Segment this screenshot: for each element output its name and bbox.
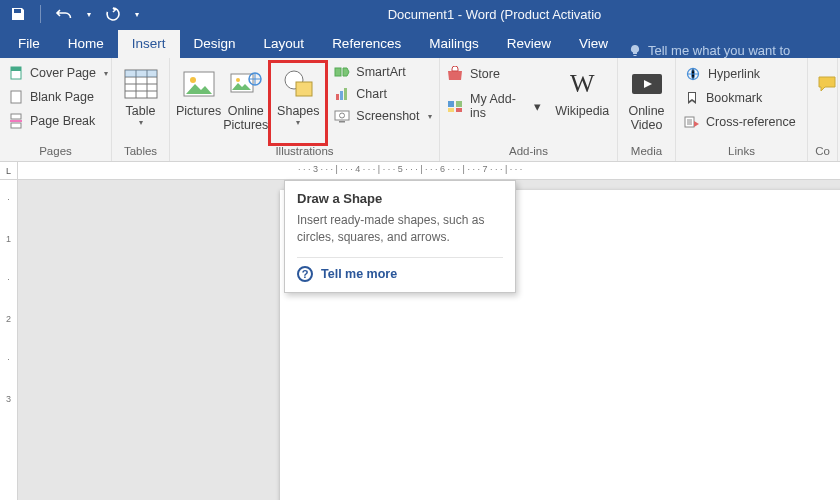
qat-separator <box>40 5 41 23</box>
tab-home[interactable]: Home <box>54 30 118 58</box>
svg-rect-18 <box>335 111 349 120</box>
smartart-button[interactable]: SmartArt <box>332 64 433 80</box>
tab-view[interactable]: View <box>565 30 622 58</box>
table-button[interactable]: Table ▾ <box>118 62 163 140</box>
redo-icon[interactable] <box>105 6 121 22</box>
hyperlink-icon <box>684 67 702 81</box>
group-media: Online Video Media <box>618 58 676 161</box>
lightbulb-icon <box>628 44 642 58</box>
help-icon: ? <box>297 266 313 282</box>
shapes-tooltip: Draw a Shape Insert ready-made shapes, s… <box>284 180 516 293</box>
pictures-button[interactable]: Pictures <box>176 62 221 140</box>
page-break-button[interactable]: Page Break <box>6 112 110 130</box>
group-label-illustrations: Illustrations <box>170 145 439 161</box>
group-pages: Cover Page▾ Blank Page Page Break Pages <box>0 58 112 161</box>
online-video-button[interactable]: Online Video <box>624 62 669 140</box>
tab-insert[interactable]: Insert <box>118 30 180 58</box>
quick-access-toolbar: ▾ ▾ <box>0 5 149 23</box>
ribbon-tabstrip: File Home Insert Design Layout Reference… <box>0 28 840 58</box>
svg-rect-22 <box>456 101 462 107</box>
svg-rect-14 <box>335 68 341 76</box>
svg-rect-6 <box>125 70 157 77</box>
svg-rect-23 <box>448 108 454 112</box>
group-links: Hyperlink Bookmark Cross-reference Links <box>676 58 808 161</box>
svg-point-10 <box>236 78 240 82</box>
online-pictures-button[interactable]: Online Pictures <box>223 62 268 140</box>
document-workspace: L · · · 3 · · · | · · · 4 · · · | · · · … <box>0 162 840 500</box>
tell-me-search[interactable]: Tell me what you want to <box>628 43 790 58</box>
vertical-ruler[interactable]: · 1 · 2 · 3 <box>0 180 18 500</box>
group-label-tables: Tables <box>112 145 169 161</box>
hyperlink-button[interactable]: Hyperlink <box>682 66 798 82</box>
table-icon <box>123 66 159 102</box>
tooltip-tell-me-more[interactable]: ? Tell me more <box>297 257 503 282</box>
tab-file[interactable]: File <box>4 30 54 58</box>
titlebar: ▾ ▾ Document1 - Word (Product Activatio <box>0 0 840 28</box>
bookmark-button[interactable]: Bookmark <box>682 90 798 106</box>
tab-mailings[interactable]: Mailings <box>415 30 493 58</box>
cover-page-icon <box>8 65 24 81</box>
group-label-pages: Pages <box>0 145 111 161</box>
svg-point-8 <box>190 77 196 83</box>
chart-button[interactable]: Chart <box>332 86 433 102</box>
window-title: Document1 - Word (Product Activatio <box>149 7 840 22</box>
screenshot-button[interactable]: Screenshot▾ <box>332 108 433 124</box>
tab-references[interactable]: References <box>318 30 415 58</box>
shapes-icon <box>280 66 316 102</box>
tell-me-placeholder: Tell me what you want to <box>648 43 790 58</box>
ruler-corner[interactable]: L <box>0 162 18 180</box>
bookmark-icon <box>684 91 700 105</box>
screenshot-icon <box>334 109 350 123</box>
shapes-button-wrap: Shapes ▾ <box>270 62 326 140</box>
smartart-icon <box>334 65 350 79</box>
svg-rect-21 <box>448 101 454 107</box>
undo-dropdown-caret[interactable]: ▾ <box>87 10 91 19</box>
pictures-icon <box>181 66 217 102</box>
group-addins: Store My Add-ins ▾ W Wikipedia Add-ins <box>440 58 618 161</box>
wikipedia-button[interactable]: W Wikipedia <box>553 62 611 140</box>
group-label-media: Media <box>618 145 675 161</box>
comment-button-partial[interactable] <box>814 62 840 140</box>
tooltip-body: Insert ready-made shapes, such as circle… <box>297 212 503 247</box>
tab-review[interactable]: Review <box>493 30 565 58</box>
chart-icon <box>334 87 350 101</box>
tab-design[interactable]: Design <box>180 30 250 58</box>
page-break-icon <box>8 113 24 129</box>
ribbon: Cover Page▾ Blank Page Page Break Pages … <box>0 58 840 162</box>
undo-icon[interactable] <box>55 7 73 21</box>
svg-rect-15 <box>336 94 339 100</box>
my-addins-button[interactable]: My Add-ins ▾ <box>446 92 541 120</box>
online-pictures-icon <box>228 66 264 102</box>
group-label-comments-partial: Co <box>808 145 837 161</box>
tab-layout[interactable]: Layout <box>250 30 319 58</box>
blank-page-button[interactable]: Blank Page <box>6 88 110 106</box>
group-illustrations: Pictures Online Pictures Shapes ▾ SmartA… <box>170 58 440 161</box>
svg-rect-2 <box>11 91 21 103</box>
svg-rect-13 <box>296 82 312 96</box>
hruler-markings: · · · 3 · · · | · · · 4 · · · | · · · 5 … <box>298 164 522 174</box>
blank-page-icon <box>8 89 24 105</box>
cross-reference-icon <box>684 115 700 129</box>
cross-reference-button[interactable]: Cross-reference <box>682 114 798 130</box>
horizontal-ruler[interactable]: · · · 3 · · · | · · · 4 · · · | · · · 5 … <box>18 162 840 180</box>
group-label-links: Links <box>676 145 807 161</box>
svg-rect-3 <box>11 114 21 119</box>
svg-rect-1 <box>11 67 21 71</box>
qat-customize-caret[interactable]: ▾ <box>135 10 139 19</box>
group-label-addins: Add-ins <box>440 145 617 161</box>
online-video-icon <box>629 66 665 102</box>
svg-rect-17 <box>344 88 347 100</box>
comment-icon <box>809 66 840 102</box>
group-comments-partial: Co <box>808 58 838 161</box>
store-icon <box>446 66 464 82</box>
my-addins-icon <box>446 98 464 114</box>
save-icon[interactable] <box>10 6 26 22</box>
shapes-button[interactable]: Shapes ▾ <box>270 62 326 140</box>
svg-rect-4 <box>11 123 21 128</box>
svg-rect-16 <box>340 91 343 100</box>
svg-rect-24 <box>456 108 462 112</box>
store-button[interactable]: Store <box>446 66 541 82</box>
svg-rect-20 <box>339 121 345 123</box>
tooltip-title: Draw a Shape <box>297 191 503 206</box>
cover-page-button[interactable]: Cover Page▾ <box>6 64 110 82</box>
